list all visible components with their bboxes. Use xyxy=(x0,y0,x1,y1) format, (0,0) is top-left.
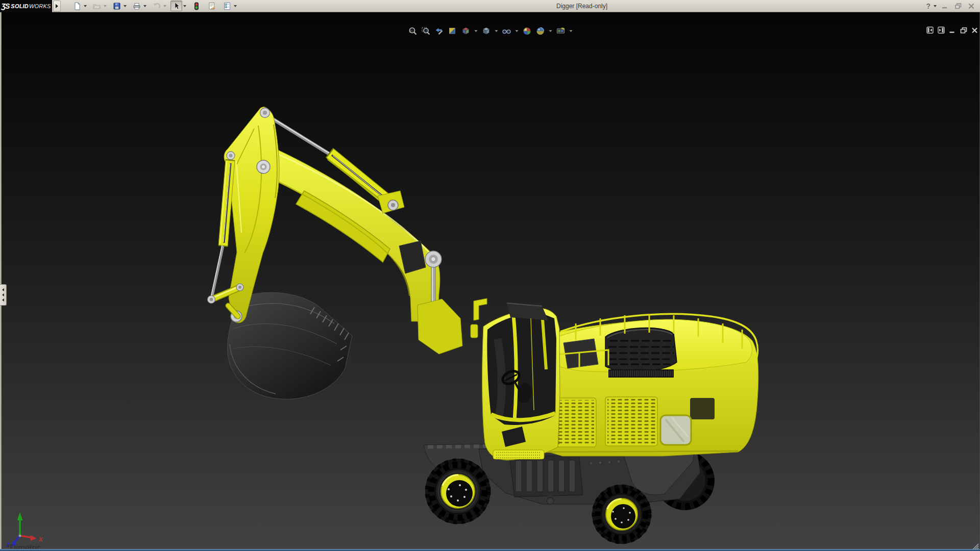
logo-works-text: WORKS xyxy=(29,3,51,9)
previous-view-icon xyxy=(434,27,444,36)
view-settings-icon xyxy=(556,27,565,36)
new-document-icon xyxy=(73,2,81,10)
engine-cover[interactable] xyxy=(605,328,677,372)
cab-handrail xyxy=(474,298,487,320)
display-style-button[interactable] xyxy=(481,26,492,36)
undo-button[interactable] xyxy=(151,1,162,11)
save-button[interactable] xyxy=(111,1,122,11)
print-dropdown[interactable] xyxy=(142,1,147,11)
rear-window xyxy=(660,415,691,445)
new-button[interactable] xyxy=(71,1,83,11)
engine-vent-strip xyxy=(608,369,674,378)
help-dropdown[interactable] xyxy=(933,1,937,12)
close-icon xyxy=(968,3,974,9)
doc-restore-button[interactable] xyxy=(960,27,967,34)
help-icon[interactable]: ? xyxy=(926,0,930,12)
left-window-border xyxy=(0,12,2,551)
save-icon xyxy=(113,2,121,10)
file-properties-icon xyxy=(208,2,216,10)
appearance-ball-icon xyxy=(522,27,531,36)
zoom-to-area-icon xyxy=(421,27,430,36)
undo-dropdown[interactable] xyxy=(162,1,167,11)
app-minimize-button[interactable] xyxy=(939,2,950,11)
window-title: Digger [Read-only] xyxy=(556,0,607,12)
menu-flyout-button[interactable] xyxy=(53,1,61,12)
graphics-viewport[interactable]: X Z xyxy=(0,12,980,551)
logo-ds-mark: ƷS xyxy=(1,2,9,10)
resize-grip[interactable] xyxy=(971,543,979,550)
doc-minimize-button[interactable] xyxy=(949,27,956,34)
apply-scene-dropdown[interactable] xyxy=(548,26,553,36)
select-button[interactable] xyxy=(170,1,182,11)
undo-icon xyxy=(153,2,161,10)
options-checklist-icon xyxy=(223,2,231,10)
apply-scene-button[interactable] xyxy=(535,26,546,36)
zoom-to-area-button[interactable] xyxy=(421,26,431,36)
zoom-to-fit-icon xyxy=(408,27,417,36)
view-orientation-dropdown[interactable] xyxy=(474,26,478,36)
document-window-controls xyxy=(926,27,978,34)
excavator-model[interactable]: X Z xyxy=(0,24,980,551)
collapse-arrow-icon xyxy=(2,288,4,291)
file-properties-button[interactable] xyxy=(206,1,217,11)
rebuild-button[interactable] xyxy=(190,1,202,11)
collapse-arrow-icon xyxy=(2,293,4,296)
view-orientation-cube-icon xyxy=(461,27,470,36)
section-view-icon xyxy=(448,27,457,36)
cab[interactable] xyxy=(471,298,560,460)
new-dropdown[interactable] xyxy=(83,1,87,11)
display-style-cube-icon xyxy=(481,27,491,36)
x-axis-arrow xyxy=(30,535,37,541)
zoom-to-fit-button[interactable] xyxy=(407,26,418,36)
print-icon xyxy=(133,2,141,10)
app-close-button[interactable] xyxy=(966,2,977,11)
select-dropdown[interactable] xyxy=(182,1,187,11)
collapse-left-pane-icon[interactable] xyxy=(926,27,934,34)
wheel-front-right[interactable] xyxy=(592,485,651,544)
heads-up-view-toolbar xyxy=(407,26,573,36)
select-cursor-icon xyxy=(173,2,181,10)
view-settings-dropdown[interactable] xyxy=(569,26,573,36)
logo-solid-text: SOLID xyxy=(11,3,29,9)
doc-close-button[interactable] xyxy=(971,27,978,34)
app-restore-button[interactable] xyxy=(952,2,964,11)
minimize-icon xyxy=(942,3,948,9)
edit-appearance-button[interactable] xyxy=(522,26,532,36)
boom-elbow-pivot[interactable] xyxy=(425,251,442,267)
view-orientation-button[interactable] xyxy=(460,26,471,36)
open-folder-icon xyxy=(93,2,101,10)
options-dropdown[interactable] xyxy=(233,1,237,11)
x-axis-label: X xyxy=(38,536,43,542)
collapse-right-pane-icon[interactable] xyxy=(938,27,945,34)
scene-ball-icon xyxy=(535,27,545,36)
open-dropdown[interactable] xyxy=(103,1,107,11)
rebuild-traffic-light-icon xyxy=(192,2,201,10)
hide-show-items-button[interactable] xyxy=(501,26,512,36)
hide-show-items-dropdown[interactable] xyxy=(514,26,519,36)
previous-view-button[interactable] xyxy=(434,26,445,36)
eyeglasses-icon xyxy=(502,27,511,36)
boom-foot[interactable] xyxy=(418,299,462,354)
save-dropdown[interactable] xyxy=(122,1,127,11)
y-axis-arrow xyxy=(17,512,23,520)
feature-manager-collapsed-tab[interactable] xyxy=(0,284,7,306)
solidworks-logo: ƷS SOLID WORKS xyxy=(0,0,52,12)
print-button[interactable] xyxy=(131,1,142,11)
display-style-dropdown[interactable] xyxy=(494,26,499,36)
title-bar: ƷS SOLID WORKS xyxy=(0,0,980,12)
status-bar-edge xyxy=(0,549,980,551)
wheel-front-left[interactable] xyxy=(425,459,491,524)
restore-icon xyxy=(955,3,962,9)
collapse-arrow-icon xyxy=(2,298,4,302)
main-toolbar xyxy=(71,1,241,11)
open-button[interactable] xyxy=(91,1,103,11)
options-button[interactable] xyxy=(221,1,233,11)
flyout-arrow-icon xyxy=(56,4,58,8)
orientation-triad[interactable]: X Z xyxy=(6,512,43,548)
section-view-button[interactable] xyxy=(447,26,458,36)
view-settings-button[interactable] xyxy=(555,26,566,36)
upper-body[interactable] xyxy=(540,314,758,456)
